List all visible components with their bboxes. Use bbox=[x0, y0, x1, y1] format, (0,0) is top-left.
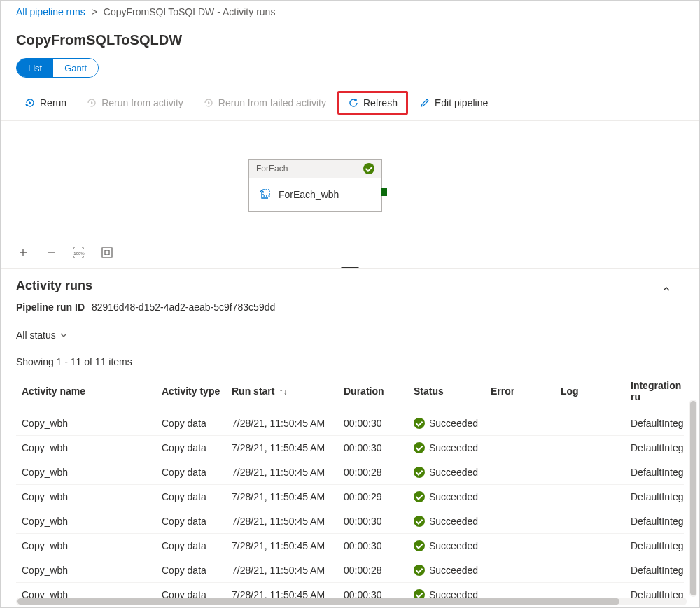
edit-icon bbox=[419, 97, 430, 108]
success-icon bbox=[414, 516, 425, 527]
success-icon bbox=[414, 491, 425, 502]
table-row[interactable]: Copy_wbhCopy data7/28/21, 11:50:45 AM00:… bbox=[16, 460, 684, 485]
activity-runs-table: Activity name Activity type Run start↑↓ … bbox=[16, 372, 684, 608]
refresh-icon bbox=[348, 97, 359, 108]
breadcrumb-current: CopyFromSQLToSQLDW - Activity runs bbox=[104, 6, 276, 17]
cell-error bbox=[485, 485, 555, 509]
breadcrumb-root-link[interactable]: All pipeline runs bbox=[16, 6, 85, 17]
table-row[interactable]: Copy_wbhCopy data7/28/21, 11:50:45 AM00:… bbox=[16, 436, 684, 460]
table-row[interactable]: Copy_wbhCopy data7/28/21, 11:50:45 AM00:… bbox=[16, 485, 684, 509]
cell-integration: DefaultInteg bbox=[625, 534, 684, 558]
rerun-label: Rerun bbox=[40, 97, 66, 108]
cell-log bbox=[555, 509, 625, 534]
cell-activity-type: Copy data bbox=[156, 534, 226, 558]
rerun-activity-label: Rerun from activity bbox=[102, 97, 183, 108]
cell-activity-type: Copy data bbox=[156, 460, 226, 485]
view-toggle-list[interactable]: List bbox=[17, 59, 53, 77]
cell-log bbox=[555, 558, 625, 583]
pipeline-canvas[interactable]: ForEach ForEach_wbh 100% bbox=[1, 121, 699, 268]
output-connector[interactable] bbox=[382, 188, 387, 196]
cell-error bbox=[485, 509, 555, 534]
col-integration[interactable]: Integration ru bbox=[625, 372, 684, 411]
cell-status: Succeeded bbox=[408, 509, 485, 534]
cell-status: Succeeded bbox=[408, 534, 485, 558]
col-error[interactable]: Error bbox=[485, 372, 555, 411]
cell-integration: DefaultInteg bbox=[625, 485, 684, 509]
table-row[interactable]: Copy_wbhCopy data7/28/21, 11:50:45 AM00:… bbox=[16, 411, 684, 436]
cell-activity-type: Copy data bbox=[156, 436, 226, 460]
table-row[interactable]: Copy_wbhCopy data7/28/21, 11:50:45 AM00:… bbox=[16, 534, 684, 558]
cell-status: Succeeded bbox=[408, 411, 485, 436]
scrollbar-thumb[interactable] bbox=[690, 401, 696, 595]
col-duration[interactable]: Duration bbox=[338, 372, 408, 411]
cell-activity-name: Copy_wbh bbox=[16, 558, 156, 583]
rerun-button[interactable]: Rerun bbox=[16, 91, 75, 115]
svg-rect-0 bbox=[263, 190, 270, 196]
cell-status: Succeeded bbox=[408, 436, 485, 460]
rerun-from-activity-button[interactable]: Rerun from activity bbox=[78, 91, 192, 115]
refresh-button[interactable]: Refresh bbox=[337, 91, 408, 115]
cell-run-start: 7/28/21, 11:50:45 AM bbox=[226, 460, 338, 485]
cell-run-start: 7/28/21, 11:50:45 AM bbox=[226, 509, 338, 534]
collapse-panel-button[interactable] bbox=[662, 284, 671, 294]
cell-log bbox=[555, 411, 625, 436]
rerun-icon bbox=[24, 97, 36, 108]
zoom-out-button[interactable] bbox=[44, 246, 58, 260]
run-id-value: 82916d48-d152-4ad2-aeab-5c9f783c59dd bbox=[92, 302, 275, 313]
vertical-scrollbar[interactable] bbox=[690, 400, 697, 597]
cell-duration: 00:00:30 bbox=[338, 411, 408, 436]
cell-activity-name: Copy_wbh bbox=[16, 509, 156, 534]
sort-icon: ↑↓ bbox=[279, 387, 287, 397]
table-row[interactable]: Copy_wbhCopy data7/28/21, 11:50:45 AM00:… bbox=[16, 509, 684, 534]
zoom-reset-button[interactable]: 100% bbox=[72, 246, 86, 260]
results-count: Showing 1 - 11 of 11 items bbox=[16, 356, 684, 367]
success-icon bbox=[414, 442, 425, 453]
cell-log bbox=[555, 485, 625, 509]
cell-activity-name: Copy_wbh bbox=[16, 460, 156, 485]
cell-activity-type: Copy data bbox=[156, 411, 226, 436]
rerun-failed-label: Rerun from failed activity bbox=[218, 97, 326, 108]
cell-run-start: 7/28/21, 11:50:45 AM bbox=[226, 558, 338, 583]
cell-status: Succeeded bbox=[408, 460, 485, 485]
zoom-fit-button[interactable] bbox=[100, 246, 114, 260]
cell-status: Succeeded bbox=[408, 485, 485, 509]
edit-pipeline-button[interactable]: Edit pipeline bbox=[411, 91, 496, 115]
col-activity-type[interactable]: Activity type bbox=[156, 372, 226, 411]
col-run-start[interactable]: Run start↑↓ bbox=[226, 372, 338, 411]
col-activity-name[interactable]: Activity name bbox=[16, 372, 156, 411]
rerun-from-failed-button[interactable]: Rerun from failed activity bbox=[195, 91, 335, 115]
breadcrumb-separator: > bbox=[92, 6, 97, 17]
foreach-activity-node[interactable]: ForEach ForEach_wbh bbox=[248, 159, 382, 212]
toolbar: Rerun Rerun from activity Rerun from fai… bbox=[1, 85, 699, 121]
scrollbar-thumb[interactable] bbox=[18, 598, 620, 605]
cell-run-start: 7/28/21, 11:50:45 AM bbox=[226, 534, 338, 558]
cell-activity-name: Copy_wbh bbox=[16, 411, 156, 436]
cell-error bbox=[485, 534, 555, 558]
col-status[interactable]: Status bbox=[408, 372, 485, 411]
cell-duration: 00:00:28 bbox=[338, 558, 408, 583]
success-icon bbox=[414, 418, 425, 429]
refresh-label: Refresh bbox=[363, 97, 398, 108]
cell-error bbox=[485, 436, 555, 460]
col-log[interactable]: Log bbox=[555, 372, 625, 411]
horizontal-scrollbar[interactable] bbox=[16, 598, 687, 605]
status-filter-label: All status bbox=[16, 330, 56, 341]
cell-status: Succeeded bbox=[408, 558, 485, 583]
edit-label: Edit pipeline bbox=[435, 97, 488, 108]
cell-duration: 00:00:30 bbox=[338, 534, 408, 558]
run-id-label: Pipeline run ID bbox=[16, 302, 85, 313]
status-filter-dropdown[interactable]: All status bbox=[16, 325, 67, 345]
cell-log bbox=[555, 436, 625, 460]
view-toggle-gantt[interactable]: Gantt bbox=[53, 59, 98, 77]
activity-type-label: ForEach bbox=[256, 164, 288, 174]
cell-run-start: 7/28/21, 11:50:45 AM bbox=[226, 411, 338, 436]
table-row[interactable]: Copy_wbhCopy data7/28/21, 11:50:45 AM00:… bbox=[16, 558, 684, 583]
success-icon bbox=[414, 467, 425, 478]
view-toggle: List Gantt bbox=[16, 58, 99, 78]
cell-integration: DefaultInteg bbox=[625, 436, 684, 460]
breadcrumb: All pipeline runs > CopyFromSQLToSQLDW -… bbox=[1, 1, 699, 22]
activity-name-label: ForEach_wbh bbox=[279, 189, 339, 200]
cell-integration: DefaultInteg bbox=[625, 558, 684, 583]
svg-rect-2 bbox=[102, 248, 112, 257]
zoom-in-button[interactable] bbox=[16, 246, 30, 260]
